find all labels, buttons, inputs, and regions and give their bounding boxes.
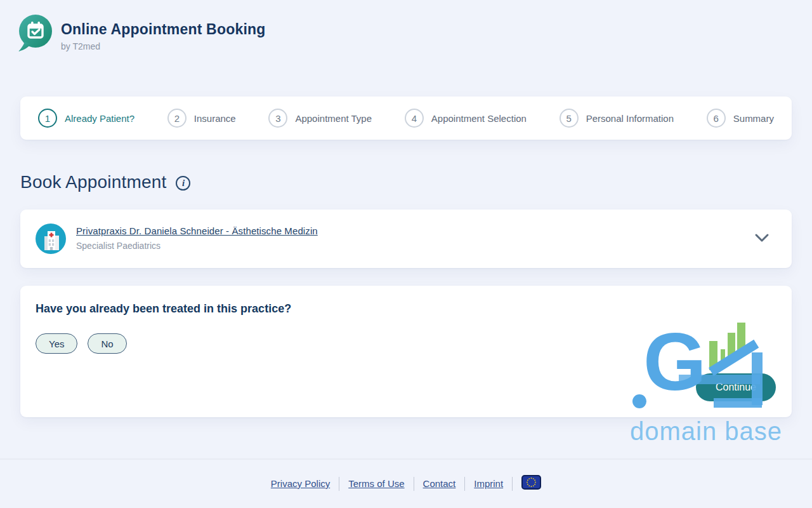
step-personal-information[interactable]: 5 Personal Information <box>560 109 674 128</box>
footer-divider <box>0 458 812 460</box>
app-logo-calendar-bubble-icon <box>17 14 53 52</box>
no-button[interactable]: No <box>88 333 126 354</box>
step-number-badge: 4 <box>405 109 424 128</box>
imprint-link[interactable]: Imprint <box>474 478 503 489</box>
hospital-avatar-icon <box>36 224 66 254</box>
footer-separator <box>464 477 465 491</box>
chevron-down-icon[interactable] <box>752 230 771 249</box>
watermark-caption: domain base <box>630 417 782 446</box>
app-subtitle: by T2med <box>61 41 265 51</box>
question-card: Have you already been treated in this pr… <box>20 286 792 417</box>
step-number-badge: 2 <box>167 109 187 128</box>
terms-of-use-link[interactable]: Terms of Use <box>348 478 404 489</box>
header-text: Online Appointment Booking by T2med <box>61 14 265 51</box>
footer-separator <box>512 477 513 491</box>
header: Online Appointment Booking by T2med <box>17 14 265 52</box>
practice-selector[interactable]: Privatpraxis Dr. Daniela Schneider - Äst… <box>20 210 792 268</box>
step-summary[interactable]: 6 Summary <box>707 109 774 128</box>
step-label: Summary <box>733 113 774 124</box>
step-label: Appointment Type <box>295 113 372 124</box>
step-insurance[interactable]: 2 Insurance <box>167 109 236 128</box>
app-root: Online Appointment Booking by T2med 1 Al… <box>0 0 812 508</box>
step-label: Already Patient? <box>65 113 134 124</box>
app-title: Online Appointment Booking <box>61 21 265 38</box>
step-number-badge: 1 <box>38 109 57 128</box>
step-already-patient[interactable]: 1 Already Patient? <box>38 109 134 128</box>
privacy-policy-link[interactable]: Privacy Policy <box>271 478 330 489</box>
page-heading: Book Appointment i <box>20 172 190 192</box>
footer: Privacy Policy Terms of Use Contact Impr… <box>0 475 812 492</box>
practice-specialty: Specialist Paediatrics <box>76 241 318 251</box>
continue-button[interactable]: Continue <box>696 373 776 401</box>
stepper: 1 Already Patient? 2 Insurance 3 Appoint… <box>20 97 792 140</box>
step-number-badge: 5 <box>560 109 579 128</box>
step-label: Personal Information <box>586 113 674 124</box>
answer-options: Yes No <box>36 333 127 354</box>
yes-button[interactable]: Yes <box>36 333 77 354</box>
step-appointment-selection[interactable]: 4 Appointment Selection <box>405 109 527 128</box>
eu-flag-icon[interactable] <box>521 475 541 492</box>
question-text: Have you already been treated in this pr… <box>36 302 291 316</box>
step-number-badge: 6 <box>707 109 726 128</box>
step-appointment-type[interactable]: 3 Appointment Type <box>268 109 372 128</box>
step-number-badge: 3 <box>268 109 287 128</box>
info-icon[interactable]: i <box>176 176 190 190</box>
step-label: Insurance <box>194 113 236 124</box>
footer-separator <box>414 477 414 491</box>
step-label: Appointment Selection <box>431 113 527 124</box>
footer-separator <box>339 477 339 491</box>
practice-name-link[interactable]: Privatpraxis Dr. Daniela Schneider - Äst… <box>76 225 318 236</box>
contact-link[interactable]: Contact <box>423 478 456 489</box>
page-title: Book Appointment <box>20 172 166 192</box>
practice-text: Privatpraxis Dr. Daniela Schneider - Äst… <box>76 225 318 251</box>
